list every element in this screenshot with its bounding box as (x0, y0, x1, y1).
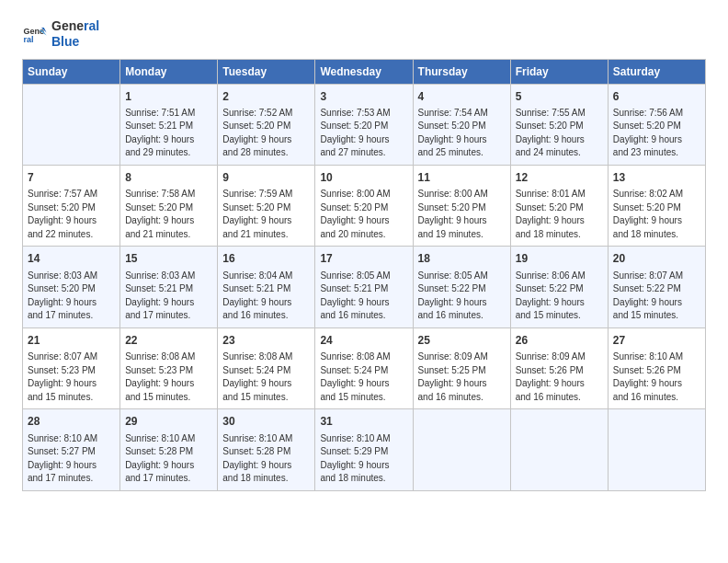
day-number: 31 (320, 414, 407, 430)
day-number: 8 (125, 170, 212, 186)
day-number: 15 (125, 251, 212, 267)
day-info: Sunrise: 8:08 AM Sunset: 5:23 PM Dayligh… (125, 350, 212, 404)
day-number: 2 (222, 89, 310, 105)
day-info: Sunrise: 8:10 AM Sunset: 5:26 PM Dayligh… (613, 350, 700, 404)
calendar-cell: 25Sunrise: 8:09 AM Sunset: 5:25 PM Dayli… (413, 327, 510, 408)
calendar-cell: 19Sunrise: 8:06 AM Sunset: 5:22 PM Dayli… (510, 247, 608, 327)
day-number: 14 (28, 251, 115, 267)
day-info: Sunrise: 8:03 AM Sunset: 5:20 PM Dayligh… (28, 270, 115, 323)
calendar-cell: 24Sunrise: 8:08 AM Sunset: 5:24 PM Dayli… (315, 327, 413, 408)
day-number: 6 (613, 89, 700, 105)
day-number: 29 (125, 414, 212, 430)
calendar-cell (413, 409, 510, 490)
logo-icon: Gene ral (22, 21, 48, 47)
day-number: 24 (320, 333, 407, 349)
day-info: Sunrise: 8:05 AM Sunset: 5:21 PM Dayligh… (320, 270, 407, 323)
calendar-cell: 1Sunrise: 7:51 AM Sunset: 5:21 PM Daylig… (120, 84, 218, 165)
day-info: Sunrise: 8:02 AM Sunset: 5:20 PM Dayligh… (613, 188, 700, 241)
day-info: Sunrise: 8:04 AM Sunset: 5:21 PM Dayligh… (222, 270, 310, 323)
day-info: Sunrise: 8:09 AM Sunset: 5:25 PM Dayligh… (418, 350, 506, 404)
day-info: Sunrise: 8:08 AM Sunset: 5:24 PM Dayligh… (222, 350, 310, 404)
day-info: Sunrise: 7:57 AM Sunset: 5:20 PM Dayligh… (28, 188, 115, 241)
calendar-table: SundayMondayTuesdayWednesdayThursdayFrid… (22, 59, 706, 491)
calendar-week-row: 21Sunrise: 8:07 AM Sunset: 5:23 PM Dayli… (23, 327, 706, 408)
day-number: 19 (516, 251, 603, 267)
day-number: 12 (516, 170, 603, 186)
col-header-wednesday: Wednesday (315, 59, 413, 84)
day-info: Sunrise: 8:07 AM Sunset: 5:22 PM Dayligh… (613, 270, 700, 323)
calendar-header-row: SundayMondayTuesdayWednesdayThursdayFrid… (23, 59, 706, 84)
calendar-cell: 7Sunrise: 7:57 AM Sunset: 5:20 PM Daylig… (23, 165, 120, 246)
calendar-cell: 29Sunrise: 8:10 AM Sunset: 5:28 PM Dayli… (120, 409, 218, 490)
day-info: Sunrise: 8:03 AM Sunset: 5:21 PM Dayligh… (125, 270, 212, 323)
day-number: 20 (613, 251, 700, 267)
col-header-friday: Friday (510, 59, 608, 84)
calendar-cell: 15Sunrise: 8:03 AM Sunset: 5:21 PM Dayli… (120, 247, 218, 327)
day-info: Sunrise: 8:00 AM Sunset: 5:20 PM Dayligh… (320, 188, 407, 241)
calendar-cell (23, 84, 120, 165)
svg-text:ral: ral (23, 35, 33, 44)
day-number: 13 (613, 170, 700, 186)
day-info: Sunrise: 7:54 AM Sunset: 5:20 PM Dayligh… (418, 107, 506, 160)
col-header-thursday: Thursday (413, 59, 510, 84)
day-info: Sunrise: 7:55 AM Sunset: 5:20 PM Dayligh… (516, 107, 603, 160)
col-header-monday: Monday (120, 59, 218, 84)
calendar-week-row: 14Sunrise: 8:03 AM Sunset: 5:20 PM Dayli… (23, 247, 706, 327)
calendar-cell: 27Sunrise: 8:10 AM Sunset: 5:26 PM Dayli… (608, 327, 705, 408)
day-number: 4 (418, 89, 506, 105)
day-info: Sunrise: 7:53 AM Sunset: 5:20 PM Dayligh… (320, 107, 407, 160)
calendar-week-row: 7Sunrise: 7:57 AM Sunset: 5:20 PM Daylig… (23, 165, 706, 246)
day-info: Sunrise: 7:52 AM Sunset: 5:20 PM Dayligh… (222, 107, 310, 160)
calendar-cell: 20Sunrise: 8:07 AM Sunset: 5:22 PM Dayli… (608, 247, 705, 327)
day-info: Sunrise: 8:10 AM Sunset: 5:28 PM Dayligh… (125, 432, 212, 486)
calendar-cell: 14Sunrise: 8:03 AM Sunset: 5:20 PM Dayli… (23, 247, 120, 327)
calendar-cell: 21Sunrise: 8:07 AM Sunset: 5:23 PM Dayli… (23, 327, 120, 408)
day-number: 30 (222, 414, 310, 430)
calendar-week-row: 28Sunrise: 8:10 AM Sunset: 5:27 PM Dayli… (23, 409, 706, 490)
logo-text: General Blue (51, 18, 99, 50)
day-number: 25 (418, 333, 506, 349)
calendar-cell: 3Sunrise: 7:53 AM Sunset: 5:20 PM Daylig… (315, 84, 413, 165)
calendar-cell: 18Sunrise: 8:05 AM Sunset: 5:22 PM Dayli… (413, 247, 510, 327)
day-info: Sunrise: 7:59 AM Sunset: 5:20 PM Dayligh… (222, 188, 310, 241)
day-number: 21 (28, 333, 115, 349)
day-number: 18 (418, 251, 506, 267)
day-number: 27 (613, 333, 700, 349)
day-info: Sunrise: 8:08 AM Sunset: 5:24 PM Dayligh… (320, 350, 407, 404)
day-number: 16 (222, 251, 310, 267)
calendar-cell: 12Sunrise: 8:01 AM Sunset: 5:20 PM Dayli… (510, 165, 608, 246)
day-number: 17 (320, 251, 407, 267)
day-info: Sunrise: 8:06 AM Sunset: 5:22 PM Dayligh… (516, 270, 603, 323)
calendar-cell: 22Sunrise: 8:08 AM Sunset: 5:23 PM Dayli… (120, 327, 218, 408)
day-info: Sunrise: 8:07 AM Sunset: 5:23 PM Dayligh… (28, 350, 115, 404)
calendar-cell: 11Sunrise: 8:00 AM Sunset: 5:20 PM Dayli… (413, 165, 510, 246)
day-number: 11 (418, 170, 506, 186)
calendar-cell: 4Sunrise: 7:54 AM Sunset: 5:20 PM Daylig… (413, 84, 510, 165)
day-number: 23 (222, 333, 310, 349)
day-info: Sunrise: 8:10 AM Sunset: 5:28 PM Dayligh… (222, 432, 310, 486)
calendar-cell: 17Sunrise: 8:05 AM Sunset: 5:21 PM Dayli… (315, 247, 413, 327)
calendar-cell: 26Sunrise: 8:09 AM Sunset: 5:26 PM Dayli… (510, 327, 608, 408)
day-info: Sunrise: 8:00 AM Sunset: 5:20 PM Dayligh… (418, 188, 506, 241)
day-number: 1 (125, 89, 212, 105)
calendar-cell: 5Sunrise: 7:55 AM Sunset: 5:20 PM Daylig… (510, 84, 608, 165)
day-number: 5 (516, 89, 603, 105)
calendar-cell: 28Sunrise: 8:10 AM Sunset: 5:27 PM Dayli… (23, 409, 120, 490)
calendar-cell: 30Sunrise: 8:10 AM Sunset: 5:28 PM Dayli… (218, 409, 315, 490)
calendar-cell: 8Sunrise: 7:58 AM Sunset: 5:20 PM Daylig… (120, 165, 218, 246)
day-number: 3 (320, 89, 407, 105)
day-info: Sunrise: 8:10 AM Sunset: 5:29 PM Dayligh… (320, 432, 407, 486)
calendar-cell: 10Sunrise: 8:00 AM Sunset: 5:20 PM Dayli… (315, 165, 413, 246)
day-number: 22 (125, 333, 212, 349)
day-info: Sunrise: 8:01 AM Sunset: 5:20 PM Dayligh… (516, 188, 603, 241)
calendar-cell: 9Sunrise: 7:59 AM Sunset: 5:20 PM Daylig… (218, 165, 315, 246)
day-info: Sunrise: 7:58 AM Sunset: 5:20 PM Dayligh… (125, 188, 212, 241)
calendar-cell: 2Sunrise: 7:52 AM Sunset: 5:20 PM Daylig… (218, 84, 315, 165)
col-header-tuesday: Tuesday (218, 59, 315, 84)
day-number: 10 (320, 170, 407, 186)
page-header: Gene ral General Blue (22, 18, 706, 50)
day-info: Sunrise: 8:09 AM Sunset: 5:26 PM Dayligh… (516, 350, 603, 404)
day-info: Sunrise: 8:10 AM Sunset: 5:27 PM Dayligh… (28, 432, 115, 486)
calendar-cell (510, 409, 608, 490)
calendar-cell: 23Sunrise: 8:08 AM Sunset: 5:24 PM Dayli… (218, 327, 315, 408)
